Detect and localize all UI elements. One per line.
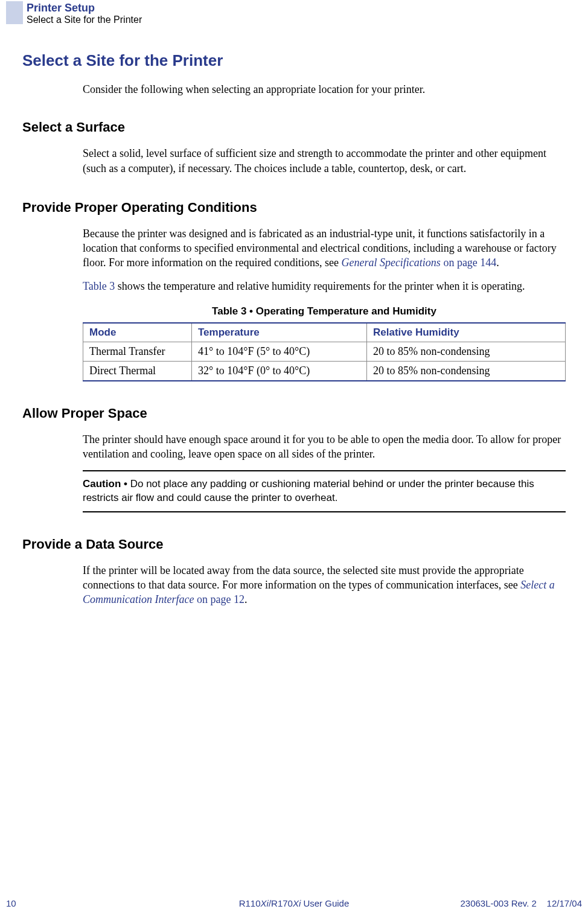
section-title: Select a Site for the Printer <box>27 14 142 25</box>
section-operating-conditions: Provide Proper Operating Conditions Beca… <box>22 200 566 381</box>
guide-it2: Xi <box>293 898 301 908</box>
doc-date: 12/17/04 <box>547 898 582 908</box>
table-3-caption: Table 3 • Operating Temperature and Humi… <box>83 305 566 317</box>
subheading-conditions: Provide Proper Operating Conditions <box>22 200 566 215</box>
link-select-comm-interface-page[interactable]: on page 12 <box>194 593 244 605</box>
link-table-3[interactable]: Table 3 <box>83 280 115 292</box>
section-data-source: Provide a Data Source If the printer wil… <box>22 537 566 607</box>
conditions-para1-post: . <box>496 257 499 269</box>
cell-mode: Direct Thermal <box>83 362 192 381</box>
data-text-pre: If the printer will be located away from… <box>83 564 524 591</box>
cell-mode: Thermal Transfer <box>83 342 192 362</box>
table-3-wrap: Table 3 • Operating Temperature and Humi… <box>83 305 566 381</box>
space-text: The printer should have enough space aro… <box>83 432 566 462</box>
conditions-para2: Table 3 shows the temperature and relati… <box>83 279 566 293</box>
cell-humidity: 20 to 85% non-condensing <box>367 362 566 381</box>
main-heading: Select a Site for the Printer <box>22 51 566 70</box>
table-row: Direct Thermal 32° to 104°F (0° to 40°C)… <box>83 362 566 381</box>
doc-rev: 23063L-003 Rev. 2 <box>460 898 536 908</box>
section-select-surface: Select a Surface Select a solid, level s… <box>22 120 566 176</box>
table-row: Thermal Transfer 41° to 104°F (5° to 40°… <box>83 342 566 362</box>
guide-it1: Xi <box>261 898 269 908</box>
cell-humidity: 20 to 85% non-condensing <box>367 342 566 362</box>
surface-text: Select a solid, level surface of suffici… <box>83 146 566 176</box>
subheading-surface: Select a Surface <box>22 120 566 135</box>
footer-right: 23063L-003 Rev. 2 12/17/04 <box>460 898 582 908</box>
data-source-text: If the printer will be located away from… <box>83 563 566 607</box>
table-operating-temp-humidity: Mode Temperature Relative Humidity Therm… <box>83 322 566 381</box>
caution-text: Do not place any padding or cushioning m… <box>83 478 534 503</box>
table-header-row: Mode Temperature Relative Humidity <box>83 323 566 342</box>
link-general-specifications-page[interactable]: on page 144 <box>441 257 496 269</box>
caution-box: Caution • Do not place any padding or cu… <box>83 470 566 512</box>
th-temperature: Temperature <box>192 323 367 342</box>
cell-temp: 32° to 104°F (0° to 40°C) <box>192 362 367 381</box>
conditions-para2-text: shows the temperature and relative humid… <box>115 280 525 292</box>
header-accent-bar <box>6 1 23 24</box>
th-humidity: Relative Humidity <box>367 323 566 342</box>
section-allow-space: Allow Proper Space The printer should ha… <box>22 406 566 512</box>
guide-pre: R110 <box>239 898 261 908</box>
th-mode: Mode <box>83 323 192 342</box>
cell-temp: 41° to 104°F (5° to 40°C) <box>192 342 367 362</box>
page-header: Printer Setup Select a Site for the Prin… <box>27 2 142 25</box>
subheading-data-source: Provide a Data Source <box>22 537 566 552</box>
chapter-title: Printer Setup <box>27 2 142 14</box>
subheading-space: Allow Proper Space <box>22 406 566 421</box>
link-general-specifications[interactable]: General Specifications <box>341 257 440 269</box>
page-content: Select a Site for the Printer Consider t… <box>22 51 566 631</box>
data-text-post: . <box>244 593 248 605</box>
guide-mid: /R170 <box>269 898 293 908</box>
guide-post: User Guide <box>301 898 349 908</box>
intro-paragraph: Consider the following when selecting an… <box>83 82 566 97</box>
caution-label: Caution • <box>83 478 130 490</box>
conditions-para1: Because the printer was designed and is … <box>83 226 566 270</box>
